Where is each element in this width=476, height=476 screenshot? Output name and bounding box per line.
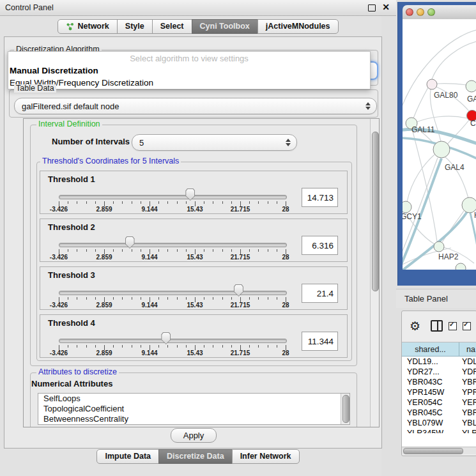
network-node[interactable] (403, 201, 411, 213)
tick-label: 2.859 (96, 254, 112, 261)
table-header-row: shared...na (402, 342, 476, 357)
threshold-slider[interactable] (59, 339, 287, 343)
bottom-tab-impute-data[interactable]: Impute Data (96, 449, 159, 464)
slider-tick-labels: -3.4262.8599.14415.4321.71528 (59, 206, 286, 213)
attributes-scrollbar[interactable] (341, 394, 349, 424)
table-panel-titlebar: Table Panel (396, 289, 476, 308)
table-row[interactable]: YBR043CYBR0 (402, 377, 476, 387)
tab-label: Impute Data (105, 450, 151, 463)
table-cell: YDR2 (459, 367, 476, 377)
close-traffic-light-icon[interactable] (406, 8, 413, 16)
network-edge[interactable] (432, 41, 476, 79)
threshold-label: Threshold 3 (48, 270, 95, 280)
tick-mark (277, 249, 277, 252)
network-edge[interactable] (437, 84, 466, 85)
network-node-label: HAP2 (438, 252, 459, 261)
tick-label: 15.43 (187, 254, 203, 261)
table-column-header[interactable]: na (459, 342, 476, 357)
settings-scrollbar[interactable] (370, 119, 379, 427)
algorithm-option[interactable]: Equal Width/Frequency Discretization (8, 77, 370, 89)
checkbox-icon[interactable] (463, 322, 471, 330)
tick-mark (258, 249, 259, 252)
network-node[interactable] (427, 79, 437, 89)
table-column-header[interactable]: shared... (402, 342, 459, 357)
threshold-value-field[interactable]: 11.344 (302, 332, 338, 351)
tick-label: 21.715 (231, 302, 250, 309)
threshold-slider[interactable] (59, 195, 287, 199)
network-graph[interactable]: GAL80GACGAL11GAL4GCY1HHAP2 (403, 19, 476, 270)
threshold-value-field[interactable]: 6.316 (302, 236, 338, 255)
network-node[interactable] (433, 141, 450, 158)
table-row[interactable]: YBR045CYBR0 (402, 408, 476, 418)
float-window-icon[interactable] (368, 4, 376, 12)
network-node[interactable] (466, 81, 476, 92)
algorithm-option[interactable]: Manual Discretization (8, 65, 370, 77)
tick-mark (95, 249, 96, 252)
tick-mark (231, 345, 232, 348)
table-row[interactable]: YDR27...YDR2 (402, 367, 476, 377)
threshold-label: Threshold 1 (48, 174, 95, 184)
apply-button[interactable]: Apply (171, 428, 217, 443)
slider-thumb-icon[interactable] (161, 332, 171, 344)
tick-mark (249, 345, 250, 348)
table-row[interactable]: YLR345WYLR3 (402, 428, 476, 433)
checkbox-icon[interactable] (449, 322, 457, 330)
threshold-row: Threshold 3-3.4262.8599.14415.4321.71528… (40, 266, 348, 310)
table-hscrollbar-thumb[interactable] (403, 448, 463, 454)
attribute-list-item[interactable]: BetweennessCentrality (38, 414, 349, 424)
network-window-frame: GAL80GACGAL11GAL4GCY1HHAP2 (397, 2, 476, 286)
table-row[interactable]: YER054CYER0 (402, 397, 476, 408)
threshold-value-field[interactable]: 21.4 (302, 284, 338, 303)
network-canvas[interactable]: GAL80GACGAL11GAL4GCY1HHAP2 (403, 19, 476, 270)
network-edge[interactable] (413, 88, 428, 118)
close-icon[interactable]: ✕ (382, 2, 390, 12)
table-row[interactable]: YPR145WYPR1 (402, 387, 476, 397)
slider-thumb-icon[interactable] (234, 284, 243, 296)
number-of-intervals-combo[interactable]: 5 (132, 134, 297, 151)
table-cell: YDL19... (402, 357, 459, 367)
tab-style[interactable]: Style (117, 19, 153, 34)
tick-label: 15.43 (187, 349, 203, 357)
gear-icon[interactable]: ⚙ (410, 320, 420, 332)
tab-cyni-toolbox[interactable]: Cyni Toolbox (192, 19, 258, 34)
bottom-tab-infer-network[interactable]: Infer Network (232, 449, 300, 464)
tab-jactivemnodules[interactable]: jActiveMNodules (257, 19, 339, 34)
tick-mark (113, 345, 114, 348)
number-of-intervals-value: 5 (139, 138, 285, 148)
network-node[interactable] (434, 242, 444, 252)
slider-thumb-icon[interactable] (125, 236, 135, 249)
table-data-combo[interactable]: galFiltered.sif default node (14, 98, 377, 114)
network-node[interactable] (456, 263, 466, 270)
threshold-slider[interactable] (59, 243, 287, 247)
bottom-tab-discretize-data[interactable]: Discretize Data (158, 449, 233, 464)
attribute-list-item[interactable]: SelfLoops (38, 394, 349, 404)
settings-scrollbar-thumb[interactable] (372, 132, 379, 291)
minimize-traffic-light-icon[interactable] (417, 8, 424, 16)
network-edge[interactable] (403, 29, 476, 115)
settings-scroll-pane: Interval Definition Number of Intervals … (23, 118, 380, 427)
numerical-attributes-list[interactable]: SelfLoopsTopologicalCoefficientBetweenne… (38, 393, 350, 425)
threshold-value-field[interactable]: 14.713 (302, 188, 338, 207)
tick-mark (132, 345, 132, 348)
threshold-slider[interactable] (59, 291, 287, 295)
tab-network[interactable]: Network (58, 19, 117, 34)
tick-mark (95, 297, 96, 300)
slider-thumb-icon[interactable] (185, 188, 195, 201)
attributes-scrollbar-thumb[interactable] (342, 395, 349, 423)
zoom-traffic-light-icon[interactable] (427, 8, 435, 16)
columns-icon[interactable] (431, 320, 443, 332)
table-row[interactable]: YDL19...YDL1 (402, 357, 476, 367)
tick-mark (277, 201, 277, 204)
tick-label: 2.859 (96, 302, 112, 309)
tick-mark (132, 201, 132, 204)
network-edge[interactable] (417, 116, 467, 122)
tick-mark (204, 249, 204, 252)
tab-select[interactable]: Select (152, 19, 192, 34)
tick-mark (141, 345, 141, 348)
tick-mark (86, 345, 87, 348)
table-hscrollbar[interactable] (402, 447, 476, 454)
tick-mark (95, 345, 96, 348)
tick-mark (158, 249, 159, 252)
attribute-list-item[interactable]: TopologicalCoefficient (38, 404, 349, 414)
table-row[interactable]: YBL079WYBL0 (402, 418, 476, 428)
